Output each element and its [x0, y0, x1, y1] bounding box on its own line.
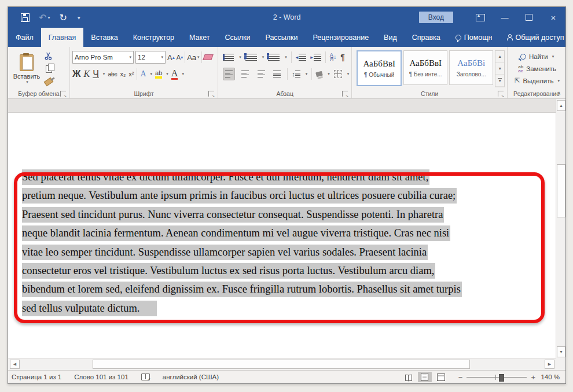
styles-scroll-down-icon[interactable]: ▼ — [495, 63, 504, 75]
ribbon-display-options-icon[interactable] — [468, 7, 493, 28]
paragraph-dialog-launcher-icon[interactable] — [342, 91, 348, 97]
document-line[interactable]: Praesent sed tincidunt purus. Nunc viver… — [22, 209, 462, 227]
sign-in-button[interactable]: Вход — [419, 12, 453, 23]
style-normal[interactable]: АаБбВвІ ¶ Обычный — [357, 50, 402, 86]
font-dialog-launcher-icon[interactable] — [208, 91, 214, 97]
zoom-slider-thumb[interactable] — [499, 374, 504, 382]
tab-file[interactable]: Файл — [8, 28, 41, 47]
save-icon[interactable] — [21, 12, 30, 23]
horizontal-scroll-thumb[interactable] — [93, 360, 470, 369]
increase-indent-button[interactable]: ▸ — [310, 54, 321, 61]
style-no-spacing[interactable]: АаБбВвІ ¶ Без инте... — [403, 50, 447, 85]
collapse-ribbon-icon[interactable]: ∧ — [557, 90, 561, 96]
tab-home[interactable]: Главная — [41, 28, 84, 47]
selected-text[interactable]: pretium neque. Vestibulum ante ipsum pri… — [22, 188, 457, 204]
word-count[interactable]: Слово 101 из 101 — [74, 373, 128, 380]
numbering-button[interactable] — [245, 54, 257, 61]
line-spacing-button[interactable]: ↕ — [292, 71, 300, 77]
scroll-right-icon[interactable]: ▶ — [545, 360, 554, 369]
scroll-down-icon[interactable]: ▼ — [557, 346, 565, 357]
read-mode-button[interactable] — [402, 372, 416, 382]
font-color-button[interactable]: А — [171, 69, 178, 80]
multilevel-list-button[interactable] — [268, 54, 280, 61]
tab-mailings[interactable]: Рассылки — [258, 28, 305, 47]
bullets-button[interactable] — [223, 54, 234, 61]
document-line[interactable]: sed tellus vulputate dictum. — [22, 302, 462, 321]
align-center-button[interactable] — [239, 68, 251, 80]
format-painter-button[interactable] — [43, 76, 54, 87]
copy-button[interactable] — [43, 64, 54, 74]
align-left-button[interactable] — [223, 68, 235, 80]
zoom-level[interactable]: 140 % — [538, 373, 560, 380]
zoom-slider[interactable] — [467, 377, 527, 378]
styles-more-icon[interactable]: ▼ — [495, 75, 504, 87]
document-text[interactable]: Sed placerat tellus vitae ex dictum ulla… — [22, 171, 462, 321]
selected-text[interactable]: Praesent sed tincidunt purus. Nunc viver… — [22, 207, 444, 223]
tab-tell-me[interactable]: Помощн — [448, 28, 500, 47]
zoom-in-icon[interactable]: + — [531, 373, 535, 382]
text-effects-button[interactable]: А — [140, 69, 146, 79]
decrease-indent-button[interactable]: ◂ — [296, 54, 307, 61]
cut-button[interactable] — [43, 51, 54, 61]
redo-icon[interactable]: ↻ — [59, 12, 67, 23]
document-line[interactable]: consectetur eros vel tristique. Vestibul… — [22, 265, 462, 283]
qat-customize-icon[interactable]: ▾ — [76, 12, 80, 23]
subscript-button[interactable]: x₂ — [120, 71, 126, 77]
find-button[interactable]: Найти▾ — [515, 51, 560, 62]
document-line[interactable]: bibendum et lorem sed, eleifend dignissi… — [22, 283, 462, 302]
vertical-scroll-thumb[interactable] — [557, 164, 565, 217]
language-indicator[interactable]: английский (США) — [163, 373, 219, 380]
superscript-button[interactable]: x² — [128, 71, 134, 77]
bold-button[interactable]: Ж — [72, 69, 80, 79]
selected-text[interactable]: vitae leo semper tincidunt. Suspendisse … — [22, 245, 428, 260]
grow-font-button[interactable]: A▴ — [167, 53, 175, 62]
undo-icon[interactable]: ↶▾ — [39, 12, 50, 23]
tab-help[interactable]: Справка — [405, 28, 448, 47]
styles-scroll-up-icon[interactable]: ▲ — [495, 51, 504, 63]
show-marks-button[interactable]: ¶ — [340, 53, 345, 62]
scroll-left-icon[interactable]: ◀ — [10, 360, 20, 369]
highlight-color-button[interactable]: ab — [155, 70, 162, 79]
align-right-button[interactable] — [255, 68, 267, 80]
web-layout-button[interactable] — [434, 372, 448, 382]
shading-button[interactable] — [316, 72, 322, 76]
italic-button[interactable]: К — [84, 69, 90, 79]
tab-references[interactable]: Ссылки — [217, 28, 258, 47]
document-line[interactable]: Sed placerat tellus vitae ex dictum ulla… — [22, 171, 462, 190]
tab-insert[interactable]: Вставка — [83, 28, 125, 47]
change-case-button[interactable]: Aa▾ — [187, 53, 199, 62]
selected-text[interactable]: neque blandit lacinia fermentum. Aenean … — [22, 225, 450, 241]
zoom-out-icon[interactable]: − — [458, 373, 463, 382]
selected-text[interactable]: sed tellus vulputate dictum. — [22, 301, 157, 316]
justify-button[interactable] — [271, 68, 284, 80]
vertical-scrollbar[interactable]: ▲ ▼ — [556, 99, 565, 358]
style-heading1[interactable]: АаБбВі Заголово... — [449, 50, 493, 85]
document-line[interactable]: pretium neque. Vestibulum ante ipsum pri… — [22, 190, 462, 208]
tab-view[interactable]: Вид — [376, 28, 405, 47]
tab-design[interactable]: Конструктор — [126, 28, 182, 47]
selected-text[interactable]: bibendum et lorem sed, eleifend dignissi… — [22, 282, 462, 297]
document-line[interactable]: vitae leo semper tincidunt. Suspendisse … — [22, 246, 462, 265]
document-line[interactable]: neque blandit lacinia fermentum. Aenean … — [22, 227, 462, 246]
print-layout-button[interactable] — [418, 372, 432, 382]
page-indicator[interactable]: Страница 1 из 1 — [12, 373, 61, 380]
proofing-icon[interactable] — [141, 373, 150, 380]
styles-dialog-launcher-icon[interactable] — [498, 91, 504, 97]
sort-button[interactable]: АЯ↓ — [330, 53, 337, 61]
share-button[interactable]: Общий доступ — [499, 28, 571, 47]
tab-review[interactable]: Рецензирование — [306, 28, 377, 47]
replace-button[interactable]: abac Заменить — [515, 63, 560, 74]
select-button[interactable]: ⇱ Выделить▾ — [515, 75, 560, 86]
underline-button[interactable]: Ч — [93, 69, 99, 79]
document-page[interactable]: Sed placerat tellus vitae ex dictum ulla… — [8, 113, 556, 358]
shrink-font-button[interactable]: A▾ — [177, 54, 183, 61]
minimize-button[interactable]: — — [493, 7, 517, 28]
horizontal-scrollbar[interactable]: ◀ ▶ — [8, 358, 556, 370]
clipboard-dialog-launcher-icon[interactable] — [60, 91, 66, 97]
font-name-combo[interactable]: Arno Pro Sm▾ — [72, 51, 134, 64]
selected-text[interactable]: Sed placerat tellus vitae ex dictum ulla… — [22, 169, 429, 185]
selected-text[interactable]: consectetur eros vel tristique. Vestibul… — [22, 263, 435, 279]
close-button[interactable]: × — [541, 7, 565, 28]
maximize-button[interactable] — [517, 7, 541, 28]
tab-layout[interactable]: Макет — [182, 28, 217, 47]
